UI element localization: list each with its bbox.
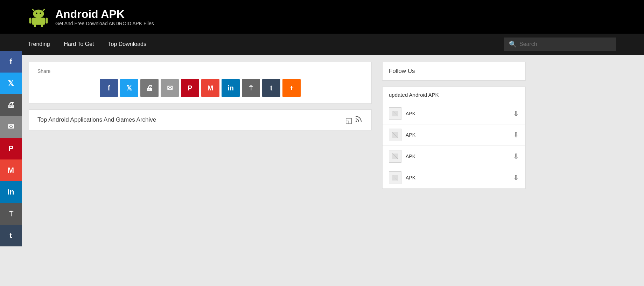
- apk-name: APK: [406, 111, 509, 116]
- site-logo: [28, 6, 49, 27]
- updated-apk-heading: updated Android APK: [383, 87, 525, 103]
- sidebar-linkedin-btn[interactable]: in: [0, 181, 22, 196]
- apk-thumbnail: [389, 150, 401, 163]
- svg-rect-7: [46, 18, 48, 23]
- search-icon: 🔍: [509, 40, 517, 48]
- svg-rect-6: [29, 18, 31, 23]
- sidebar-print-btn[interactable]: 🖨: [0, 94, 22, 116]
- svg-point-2: [33, 10, 44, 18]
- svg-rect-5: [32, 18, 45, 25]
- apk-row: APK ⇩: [383, 103, 525, 124]
- sidebar-gmail-btn[interactable]: M: [0, 159, 22, 181]
- share-twitter-btn[interactable]: 𝕏: [120, 79, 138, 97]
- right-sidebar: Follow Us updated Android APK APK ⇩ APK …: [379, 55, 533, 196]
- svg-rect-9: [41, 24, 43, 27]
- search-input[interactable]: [519, 41, 611, 47]
- page-layout: Share f 𝕏 🖨 ✉ P M in ⍑ t + Top Android A…: [22, 55, 644, 196]
- rss-icon[interactable]: ◱: [345, 115, 363, 125]
- nav-links: Trending Hard To Get Top Downloads: [28, 41, 504, 47]
- share-label: Share: [37, 68, 363, 74]
- site-subtitle: Get And Free Download ANDROID APK Files: [55, 21, 154, 26]
- search-box: 🔍: [504, 38, 616, 51]
- follow-us-heading: Follow Us: [383, 62, 525, 81]
- nav-top-downloads[interactable]: Top Downloads: [108, 41, 146, 47]
- header-text: Android APK Get And Free Download ANDROI…: [55, 8, 154, 26]
- apk-row: APK ⇩: [383, 167, 525, 189]
- main-content: Share f 𝕏 🖨 ✉ P M in ⍑ t + Top Android A…: [22, 55, 379, 196]
- apk-thumbnail: [389, 171, 401, 184]
- apk-download-btn[interactable]: ⇩: [513, 173, 519, 182]
- share-box: Share f 𝕏 🖨 ✉ P M in ⍑ t +: [29, 62, 372, 104]
- share-gmail-btn[interactable]: M: [201, 79, 219, 97]
- share-more-btn[interactable]: +: [282, 79, 301, 97]
- apk-row: APK ⇩: [383, 146, 525, 167]
- archive-label: Top Android Applications And Games Archi…: [37, 116, 156, 123]
- svg-point-3: [36, 13, 37, 14]
- apk-thumbnail: [389, 107, 401, 120]
- apk-name: APK: [406, 175, 509, 181]
- share-buttons: f 𝕏 🖨 ✉ P M in ⍑ t +: [37, 79, 363, 97]
- share-print-btn[interactable]: 🖨: [140, 79, 159, 97]
- apk-download-btn[interactable]: ⇩: [513, 152, 519, 161]
- share-tumblr-btn[interactable]: t: [262, 79, 280, 97]
- nav-trending[interactable]: Trending: [28, 41, 50, 47]
- site-title: Android APK: [55, 8, 154, 21]
- share-email-btn[interactable]: ✉: [161, 79, 179, 97]
- svg-rect-8: [34, 24, 36, 27]
- sidebar-pinterest-btn[interactable]: P: [0, 138, 22, 159]
- apk-download-btn[interactable]: ⇩: [513, 131, 519, 139]
- follow-us-box: Follow Us: [382, 62, 526, 81]
- nav-hard-to-get[interactable]: Hard To Get: [64, 41, 94, 47]
- share-pinterest-btn[interactable]: P: [181, 79, 199, 97]
- left-social-sidebar: f 𝕏 🖨 ✉ P M in ⍑ t: [0, 51, 22, 196]
- navigation-bar: Trending Hard To Get Top Downloads 🔍: [0, 34, 644, 55]
- apk-name: APK: [406, 154, 509, 159]
- svg-point-4: [40, 13, 41, 14]
- share-facebook-btn[interactable]: f: [100, 79, 118, 97]
- apk-thumbnail: [389, 129, 401, 141]
- updated-apk-box: updated Android APK APK ⇩ APK ⇩ APK: [382, 87, 526, 189]
- archive-box: Top Android Applications And Games Archi…: [29, 109, 372, 130]
- share-sharethis-btn[interactable]: ⍑: [242, 79, 260, 97]
- apk-download-btn[interactable]: ⇩: [513, 109, 519, 118]
- svg-point-10: [356, 121, 357, 122]
- sidebar-email-btn[interactable]: ✉: [0, 116, 22, 138]
- apk-row: APK ⇩: [383, 124, 525, 146]
- apk-name: APK: [406, 132, 509, 138]
- site-header: Android APK Get And Free Download ANDROI…: [0, 0, 644, 34]
- sidebar-facebook-btn[interactable]: f: [0, 51, 22, 73]
- sidebar-twitter-btn[interactable]: 𝕏: [0, 73, 22, 94]
- share-linkedin-btn[interactable]: in: [222, 79, 240, 97]
